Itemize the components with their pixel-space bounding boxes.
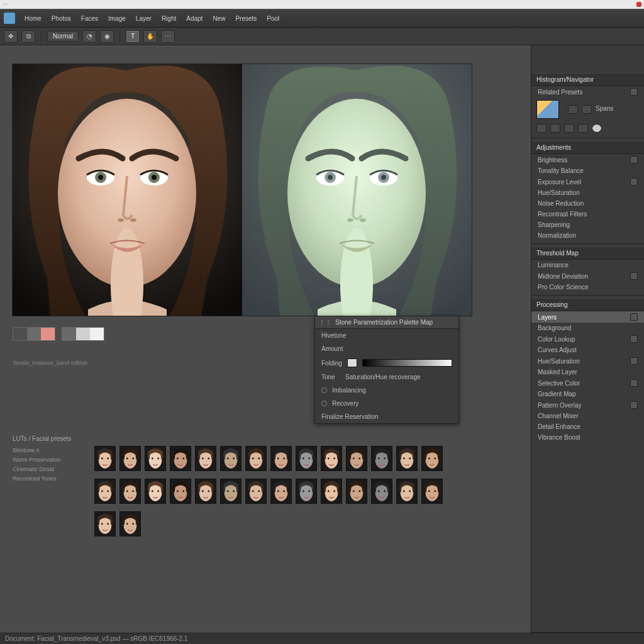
swatch-group-b[interactable] (62, 327, 104, 341)
preset-thumb[interactable] (421, 479, 443, 504)
adjust-item[interactable]: Recontrast Filters (531, 209, 644, 219)
chevron-icon[interactable] (630, 272, 638, 280)
close-window-icon[interactable] (636, 2, 641, 7)
layer-item[interactable]: Hue/Saturation (531, 355, 644, 367)
preset-thumb[interactable] (170, 446, 191, 471)
preset-thumb[interactable] (245, 479, 267, 504)
panel-title[interactable]: Adjustments (531, 141, 644, 154)
panel-title[interactable]: Threshold Map (531, 247, 644, 260)
preset-thumb[interactable] (195, 446, 216, 471)
preset-thumb[interactable] (145, 446, 166, 471)
panel-title[interactable]: Processing (531, 298, 644, 311)
blend-mode-select[interactable]: Normal (47, 31, 79, 42)
navigator-preview[interactable]: Spans (536, 100, 639, 119)
panel-row[interactable]: Related Presets (531, 86, 644, 97)
menu-new[interactable]: New (208, 13, 230, 24)
histogram-icon[interactable] (568, 105, 578, 114)
thresh-item[interactable]: Luminance (531, 260, 644, 270)
tool-text-icon[interactable]: T (126, 30, 140, 43)
preset-thumb[interactable] (220, 479, 242, 504)
dropper-icon[interactable] (578, 124, 588, 133)
menu-photos[interactable]: Photos (47, 13, 75, 24)
preset-thumb[interactable] (396, 446, 418, 471)
adjust-item[interactable]: Hue/Saturation (531, 187, 644, 198)
popup-row-radio[interactable]: Imbalancing (315, 384, 458, 397)
preset-thumb[interactable] (321, 479, 342, 504)
tool-brush-icon[interactable]: ◔ (82, 30, 96, 43)
menu-presets[interactable]: Presets (231, 13, 261, 24)
layer-item[interactable]: Gradient Map (531, 389, 644, 399)
toggle-icon[interactable] (630, 178, 638, 186)
adjust-item[interactable]: Normalization (531, 230, 644, 241)
popup-header[interactable]: ⋮⋮ Stone Parametrization Palette Map (315, 316, 458, 329)
layer-item[interactable]: Curves Adjust (531, 345, 644, 355)
swatch-group-a[interactable] (13, 327, 55, 341)
thresh-item[interactable]: Midtone Deviation (531, 270, 644, 282)
swatch[interactable] (41, 328, 55, 340)
adjustment-popup[interactable]: ⋮⋮ Stone Parametrization Palette Map Hiv… (314, 316, 459, 424)
menu-adapt[interactable]: Adapt (182, 13, 207, 24)
preset-thumb[interactable] (270, 479, 292, 504)
preset-thumb[interactable] (94, 479, 116, 504)
popup-row-slider[interactable]: Folding (315, 355, 458, 370)
toggle-icon[interactable] (630, 156, 638, 164)
eye-icon[interactable] (630, 335, 638, 343)
gradient-slider[interactable] (362, 359, 452, 367)
popup-row-radio[interactable]: Recovery (315, 397, 458, 410)
preset-item[interactable]: Recontrast Tones (13, 474, 88, 484)
preset-thumb[interactable] (270, 446, 292, 471)
adjust-item[interactable]: Brightness (531, 154, 644, 165)
preset-thumb[interactable] (170, 479, 191, 504)
tool-more-icon[interactable]: ⋯ (161, 30, 175, 43)
adjust-item[interactable]: Noise Reduction (531, 198, 644, 209)
square-icon[interactable] (536, 124, 547, 133)
preset-thumb[interactable] (119, 479, 141, 504)
radio-icon[interactable] (321, 401, 327, 406)
swatch[interactable] (76, 328, 90, 340)
preset-thumb[interactable] (245, 446, 267, 471)
menu-home[interactable]: Home (20, 13, 46, 24)
tool-eye-icon[interactable]: ◉ (100, 30, 114, 43)
layer-item[interactable]: Vibrance Boost (531, 432, 644, 443)
preset-item[interactable]: Warm Preservation (13, 455, 88, 465)
preset-thumb[interactable] (321, 446, 342, 471)
preset-thumb[interactable] (195, 479, 216, 504)
preset-thumb[interactable] (296, 446, 317, 471)
circle-icon[interactable] (592, 124, 602, 133)
preset-thumb[interactable] (371, 446, 392, 471)
eye-icon[interactable] (630, 313, 638, 321)
before-after-compare[interactable] (13, 64, 472, 316)
layer-item[interactable]: Layers (531, 311, 644, 323)
eye-icon[interactable] (630, 357, 638, 365)
thresh-item[interactable]: Pro Color Science (531, 282, 644, 292)
tool-crop-icon[interactable]: ⧉ (21, 30, 35, 43)
layer-item[interactable]: Masked Layer (531, 367, 644, 377)
eye-icon[interactable] (630, 401, 638, 409)
layer-item[interactable]: Pattern Overlay (531, 399, 644, 411)
swatch[interactable] (13, 328, 27, 340)
preset-thumb[interactable] (396, 479, 418, 504)
adjust-item[interactable]: Tonality Balance (531, 165, 644, 176)
preset-thumb[interactable] (220, 446, 242, 471)
popup-row[interactable]: Finalize Reservation (315, 410, 458, 423)
swatch[interactable] (27, 328, 41, 340)
layer-item[interactable]: Detail Enhance (531, 421, 644, 432)
menu-layer[interactable]: Layer (131, 13, 156, 24)
layer-item[interactable]: Color Lookup (531, 333, 644, 345)
panel-title[interactable]: Histogram/Navigator (531, 73, 644, 86)
adjust-item[interactable]: Sharpening (531, 219, 644, 230)
menu-pool[interactable]: Pool (262, 13, 284, 24)
color-chip[interactable] (347, 358, 357, 367)
layer-item[interactable]: Selective Color (531, 377, 644, 389)
eye-icon[interactable] (630, 379, 638, 387)
preset-thumb[interactable] (119, 511, 141, 536)
grip-icon[interactable]: ⋮⋮ (319, 319, 331, 326)
menu-faces[interactable]: Faces (77, 13, 103, 24)
preset-item[interactable]: Cinematic Desat (13, 465, 88, 474)
preset-thumb[interactable] (421, 446, 443, 471)
preset-thumb[interactable] (145, 479, 166, 504)
preset-thumb[interactable] (346, 446, 367, 471)
tool-hand-icon[interactable]: ✋ (143, 30, 157, 43)
preset-thumb[interactable] (119, 446, 141, 471)
preset-thumb[interactable] (94, 511, 116, 536)
